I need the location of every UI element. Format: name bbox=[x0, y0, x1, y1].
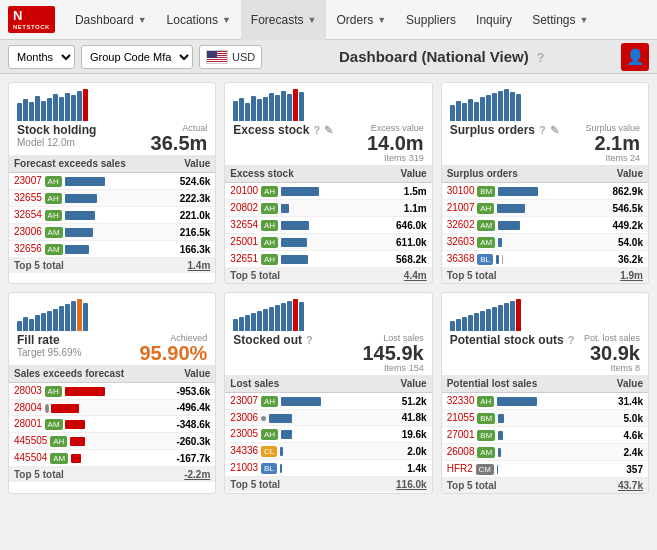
user-icon: 👤 bbox=[626, 48, 645, 66]
table-row: 32656 AM 166.3k bbox=[9, 241, 215, 258]
main-grid: Stock holding Model 12.0m Actual 36.5m F… bbox=[0, 74, 657, 502]
excess-stock-value: 14.0m bbox=[367, 133, 424, 153]
nav-locations[interactable]: Locations ▼ bbox=[157, 0, 241, 40]
table-row: 32654 AH 646.0k bbox=[225, 217, 431, 234]
table-row: 23007 AH 51.2k bbox=[225, 393, 431, 410]
surplus-edit[interactable]: ✎ bbox=[550, 124, 559, 137]
table-row: 23006 AM 216.5k bbox=[9, 224, 215, 241]
table-row: 21007 AH 546.5k bbox=[442, 200, 648, 217]
table-row: 32330 AH 31.4k bbox=[442, 393, 648, 410]
table-row: 28003 AH -953.6k bbox=[9, 383, 215, 400]
surplus-orders-table: Surplus orders Value 30100 BM 862.9k 210… bbox=[442, 165, 648, 283]
logo[interactable]: N NETSTOCK bbox=[8, 6, 55, 33]
excess-stock-table: Excess stock Value 20100 AH 1.5m 20802 A… bbox=[225, 165, 431, 283]
nav-inquiry[interactable]: Inquiry bbox=[466, 0, 522, 40]
group-select[interactable]: Group Code Mfa bbox=[81, 45, 193, 69]
fill-rate-title: Fill rate bbox=[17, 333, 82, 347]
fill-rate-table: Sales exceeds forecast Value 28003 AH -9… bbox=[9, 365, 215, 482]
surplus-help[interactable]: ? bbox=[539, 124, 546, 136]
orders-arrow: ▼ bbox=[377, 15, 386, 25]
nav-orders[interactable]: Orders ▼ bbox=[326, 0, 396, 40]
nav-suppliers[interactable]: Suppliers bbox=[396, 0, 466, 40]
card-surplus-orders: Surplus orders ? ✎ Surplus value 2.1m It… bbox=[441, 82, 649, 284]
table-row: 21055 BM 5.0k bbox=[442, 410, 648, 427]
nav-bar: Dashboard ▼ Locations ▼ Forecasts ▼ Orde… bbox=[65, 0, 649, 40]
table-row: 32655 AH 222.3k bbox=[9, 190, 215, 207]
table-row: 28001 AM -348.6k bbox=[9, 416, 215, 433]
table-row: 36368 BL | 36.2k bbox=[442, 251, 648, 268]
table-row: 21003 BL 1.4k bbox=[225, 460, 431, 477]
table-row: 26008 AM 2.4k bbox=[442, 444, 648, 461]
table-row: 32654 AH 221.0k bbox=[9, 207, 215, 224]
surplus-orders-title: Surplus orders ? ✎ bbox=[450, 123, 559, 137]
excess-stock-help[interactable]: ? bbox=[313, 124, 320, 136]
stocked-out-value: 145.9k bbox=[362, 343, 423, 363]
currency-label: USD bbox=[232, 51, 255, 63]
settings-arrow: ▼ bbox=[579, 15, 588, 25]
pot-help[interactable]: ? bbox=[568, 334, 575, 346]
stocked-out-title: Stocked out ? bbox=[233, 333, 312, 347]
nav-forecasts[interactable]: Forecasts ▼ bbox=[241, 0, 327, 40]
flag-us-icon bbox=[206, 50, 228, 64]
pot-value: 30.9k bbox=[584, 343, 640, 363]
table-row: 23006 41.8k bbox=[225, 410, 431, 426]
table-row: 445504 AM -167.7k bbox=[9, 450, 215, 467]
locations-arrow: ▼ bbox=[222, 15, 231, 25]
nav-settings[interactable]: Settings ▼ bbox=[522, 0, 598, 40]
excess-stock-edit[interactable]: ✎ bbox=[324, 124, 333, 137]
table-row: 34336 CL 2.0k bbox=[225, 443, 431, 460]
total-row: Top 5 total -2.2m bbox=[9, 467, 215, 483]
table-row: 25001 AH 611.0k bbox=[225, 234, 431, 251]
total-row: Top 5 total 116.0k bbox=[225, 477, 431, 493]
dashboard-title: Dashboard (National View) ? bbox=[268, 48, 615, 65]
table-row: 32651 AH 568.2k bbox=[225, 251, 431, 268]
surplus-value: 2.1m bbox=[585, 133, 640, 153]
table-row: 20802 AH 1.1m bbox=[225, 200, 431, 217]
dashboard-arrow: ▼ bbox=[138, 15, 147, 25]
card-stocked-out: Stocked out ? Lost sales 145.9k Items 15… bbox=[224, 292, 432, 494]
total-row: Top 5 total 43.7k bbox=[442, 478, 648, 494]
card-fill-rate: Fill rate Target 95.69% Achieved 95.90% … bbox=[8, 292, 216, 494]
period-select[interactable]: Months bbox=[8, 45, 75, 69]
toolbar: Months Group Code Mfa USD Dashboard (Nat… bbox=[0, 40, 657, 74]
stocked-out-table: Lost sales Value 23007 AH 51.2k 23006 41… bbox=[225, 375, 431, 492]
total-row: Top 5 total 4.4m bbox=[225, 268, 431, 284]
table-row: 28004 -496.4k bbox=[9, 400, 215, 416]
stock-holding-title: Stock holding bbox=[17, 123, 96, 137]
title-help-icon[interactable]: ? bbox=[537, 51, 544, 65]
stock-holding-table: Forecast exceeds sales Value 23007 AH 52… bbox=[9, 155, 215, 273]
table-row: 27001 BM 4.6k bbox=[442, 427, 648, 444]
table-row: 23005 AH 19.6k bbox=[225, 426, 431, 443]
nav-dashboard[interactable]: Dashboard ▼ bbox=[65, 0, 157, 40]
user-icon-button[interactable]: 👤 bbox=[621, 43, 649, 71]
table-row: 23007 AH 524.6k bbox=[9, 173, 215, 190]
table-row: 32603 AM 54.0k bbox=[442, 234, 648, 251]
card-stock-holding: Stock holding Model 12.0m Actual 36.5m F… bbox=[8, 82, 216, 284]
table-row: 32602 AM 449.2k bbox=[442, 217, 648, 234]
table-row: 20100 AH 1.5m bbox=[225, 183, 431, 200]
total-row: Top 5 total 1.4m bbox=[9, 258, 215, 274]
table-row: 30100 BM 862.9k bbox=[442, 183, 648, 200]
stock-holding-model: Model 12.0m bbox=[17, 137, 96, 148]
table-row: 445505 AH -260.3k bbox=[9, 433, 215, 450]
stock-holding-value: 36.5m bbox=[151, 133, 208, 153]
forecasts-arrow: ▼ bbox=[308, 15, 317, 25]
total-row: Top 5 total 1.9m bbox=[442, 268, 648, 284]
fill-rate-value: 95.90% bbox=[139, 343, 207, 363]
card-excess-stock: Excess stock ? ✎ Excess value 14.0m Item… bbox=[224, 82, 432, 284]
potential-stock-outs-title: Potential stock outs ? bbox=[450, 333, 575, 347]
table-row: HFR2 CM 357 bbox=[442, 461, 648, 478]
potential-stock-outs-table: Potential lost sales Value 32330 AH 31.4… bbox=[442, 375, 648, 493]
excess-stock-title: Excess stock ? ✎ bbox=[233, 123, 333, 137]
card-potential-stock-outs: Potential stock outs ? Pot. lost sales 3… bbox=[441, 292, 649, 494]
header: N NETSTOCK Dashboard ▼ Locations ▼ Forec… bbox=[0, 0, 657, 40]
stocked-out-help[interactable]: ? bbox=[306, 334, 313, 346]
currency-selector[interactable]: USD bbox=[199, 45, 262, 69]
